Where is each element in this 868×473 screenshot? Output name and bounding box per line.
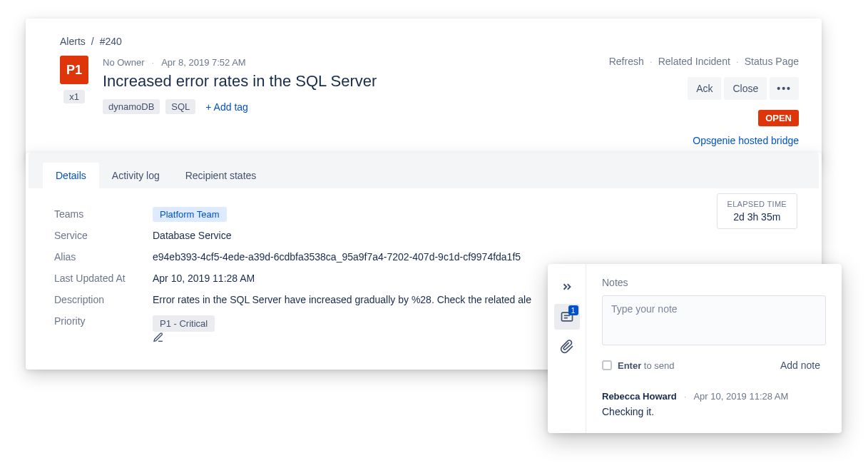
priority-pill: P1 - Critical [153,315,215,332]
note-entry: Rebecca Howard · Apr 10, 2019 11:28 AM C… [602,391,826,417]
add-note-button[interactable]: Add note [775,355,826,375]
notes-tab-button[interactable]: 1 [554,304,580,330]
notes-count-badge: 1 [568,305,578,315]
note-author: Rebecca Howard [602,391,677,402]
note-input[interactable] [602,295,826,345]
enter-send-checkbox[interactable] [602,360,612,370]
tab-details[interactable]: Details [43,163,99,188]
note-time: Apr 10, 2019 11:28 AM [693,391,788,402]
breadcrumb-id: #240 [100,36,122,47]
refresh-link[interactable]: Refresh [609,56,644,67]
count-badge: x1 [63,90,85,103]
alias-label: Alias [54,251,153,263]
breadcrumb-sep: / [91,36,94,47]
created-timestamp: Apr 8, 2019 7:52 AM [161,57,246,68]
meta-dot: · [152,57,155,68]
tag[interactable]: dynamoDB [103,99,160,114]
service-value: Database Service [153,230,232,241]
alias-value: e94eb393-4cf5-4ede-a39d-6cdbfa3538ca_95a… [153,251,521,263]
alert-title: Increased error rates in the SQL Server [103,72,377,91]
alert-header-card: Alerts / #240 P1 x1 No Owner · Apr 8, 20… [26,19,822,161]
related-incident-link[interactable]: Related Incident [658,56,730,67]
edit-priority-icon[interactable] [153,332,222,343]
owner-label: No Owner [103,57,145,68]
notes-title: Notes [602,277,826,288]
hosted-bridge-link[interactable]: Opsgenie hosted bridge [609,135,799,146]
status-page-link[interactable]: Status Page [745,56,799,67]
tag[interactable]: SQL [165,99,195,114]
add-tag-button[interactable]: + Add tag [205,101,248,113]
elapsed-label: ELAPSED TIME [727,200,787,208]
status-badge: OPEN [758,110,799,126]
more-actions-button[interactable]: ••• [770,77,799,100]
tab-activity-log[interactable]: Activity log [99,163,173,188]
tab-bar: Details Activity log Recipient states [29,153,819,189]
attachments-tab-button[interactable] [554,334,580,360]
note-text: Checking it. [602,406,826,417]
priority-badge: P1 [60,56,88,84]
updated-value: Apr 10, 2019 11:28 AM [153,273,255,284]
priority-label: Priority [54,315,153,343]
breadcrumb-root[interactable]: Alerts [60,36,86,47]
tab-recipient-states[interactable]: Recipient states [173,163,270,188]
description-value: Error rates in the SQL Server have incre… [153,294,531,305]
collapse-panel-button[interactable] [554,274,580,300]
team-pill[interactable]: Platform Team [153,207,227,222]
enter-to-send[interactable]: Enter to send [602,360,675,371]
elapsed-value: 2d 3h 35m [727,211,787,223]
teams-label: Teams [54,208,153,220]
notes-panel: 1 Notes Enter to send Add note Rebecca H… [548,264,842,433]
service-label: Service [54,230,153,241]
elapsed-time-box: ELAPSED TIME 2d 3h 35m [717,193,797,229]
ack-button[interactable]: Ack [688,77,721,100]
breadcrumb: Alerts / #240 [60,36,799,47]
close-button[interactable]: Close [724,77,767,100]
notes-rail: 1 [548,264,586,433]
description-label: Description [54,294,153,305]
updated-label: Last Updated At [54,273,153,284]
